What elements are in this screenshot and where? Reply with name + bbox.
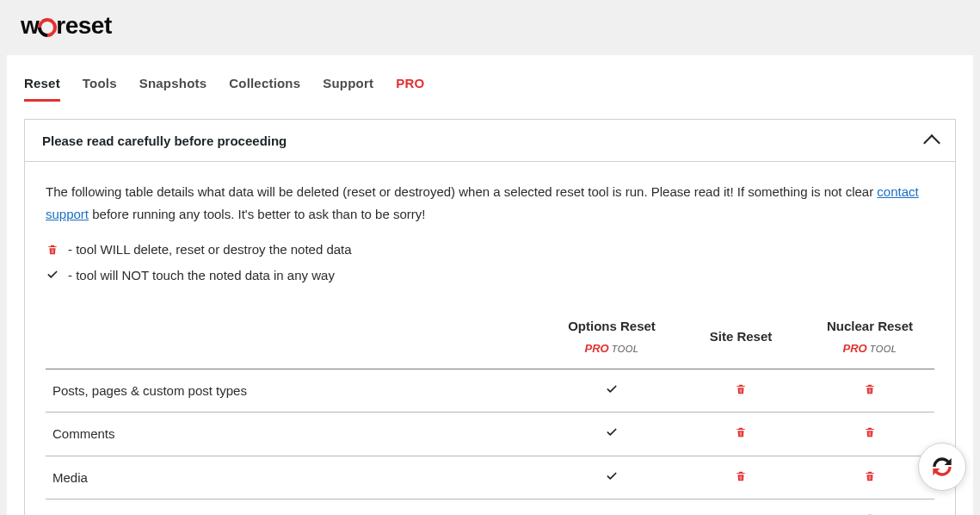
legend-check-text: - tool will NOT touch the noted data in … [68, 264, 335, 287]
cell-trash [805, 456, 934, 499]
col-site-reset: Site Reset [676, 305, 805, 369]
tab-bar: ResetToolsSnapshotsCollectionsSupportPRO [24, 55, 956, 102]
cell-trash [676, 413, 805, 456]
trash-icon [734, 426, 748, 438]
card-header-toggle[interactable]: Please read carefully before proceeding [25, 120, 955, 162]
trash-icon [863, 470, 877, 482]
cell-check [547, 413, 676, 456]
table-row: Comments [46, 413, 934, 456]
check-icon [605, 426, 619, 438]
cell-check [547, 499, 676, 515]
table-row: Posts, pages & custom post types [46, 369, 934, 413]
tab-tools[interactable]: Tools [83, 71, 117, 102]
row-label: Media [46, 456, 547, 499]
check-icon [46, 269, 59, 281]
intro-before: The following table details what data wi… [46, 184, 877, 199]
tab-pro[interactable]: PRO [396, 71, 424, 102]
col-nuclear-reset: Nuclear ResetPROTOOL [805, 305, 934, 369]
wpreset-logo: w reset [21, 12, 112, 40]
trash-icon [734, 470, 748, 482]
refresh-fab-button[interactable] [918, 443, 966, 491]
refresh-icon [928, 453, 956, 481]
col-options-reset: Options ResetPROTOOL [547, 305, 676, 369]
tab-collections[interactable]: Collections [229, 71, 300, 102]
row-label: Comments [46, 413, 547, 456]
logo-pre: w [21, 12, 39, 40]
legend-check-row: - tool will NOT touch the noted data in … [46, 263, 934, 289]
tab-snapshots[interactable]: Snapshots [139, 71, 206, 102]
intro-after: before running any tools. It's better to… [89, 207, 425, 221]
legend-trash-row: - tool WILL delete, reset or destroy the… [46, 237, 934, 263]
row-label: Posts, pages & custom post types [46, 369, 547, 413]
cell-check [547, 456, 676, 499]
cell-check [676, 499, 805, 515]
cell-trash [805, 499, 934, 515]
tab-reset[interactable]: Reset [24, 71, 60, 102]
logo-post: reset [56, 12, 111, 40]
card-title: Please read carefully before proceeding [42, 133, 287, 148]
row-label: Media files [46, 499, 547, 515]
chevron-up-icon [923, 134, 940, 152]
card-body: The following table details what data wi… [25, 162, 955, 515]
col-feature [46, 305, 547, 369]
trash-icon [863, 383, 877, 395]
trash-icon [863, 426, 877, 438]
trash-icon [734, 383, 748, 395]
legend: - tool WILL delete, reset or destroy the… [46, 237, 934, 288]
table-row: Media files [46, 499, 934, 515]
check-icon [605, 383, 619, 395]
cell-trash [676, 369, 805, 413]
cell-trash [676, 456, 805, 499]
trash-icon [46, 244, 59, 256]
reset-comparison-table: Options ResetPROTOOLSite ResetNuclear Re… [46, 305, 934, 515]
cell-trash [805, 369, 934, 413]
legend-trash-text: - tool WILL delete, reset or destroy the… [68, 239, 352, 261]
cell-trash [805, 413, 934, 456]
intro-paragraph: The following table details what data wi… [46, 181, 934, 225]
table-row: Media [46, 456, 934, 499]
cell-check [547, 369, 676, 413]
check-icon [605, 470, 619, 482]
main-panel: ResetToolsSnapshotsCollectionsSupportPRO… [7, 55, 973, 515]
tab-support[interactable]: Support [323, 71, 373, 102]
warning-card: Please read carefully before proceeding … [24, 119, 956, 515]
